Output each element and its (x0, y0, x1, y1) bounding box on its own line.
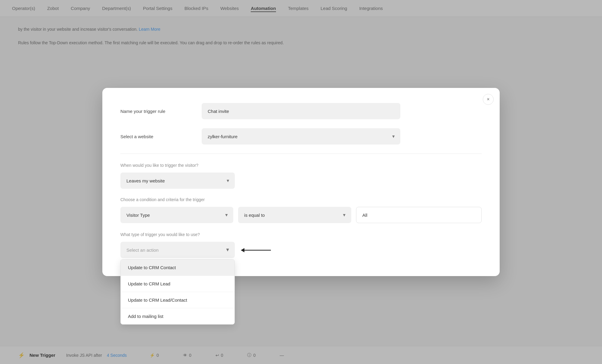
condition-operator-select[interactable]: is equal to (238, 207, 351, 223)
when-label: When would you like to trigger the visit… (120, 163, 482, 168)
condition-operator-wrapper: is equal to ▼ (238, 207, 351, 223)
name-label: Name your trigger rule (120, 109, 193, 114)
arrow-pointer-icon (238, 244, 274, 256)
condition-row: Visitor Type ▼ is equal to ▼ (120, 207, 482, 223)
condition-value-input[interactable] (356, 207, 482, 223)
website-label: Select a website (120, 134, 193, 139)
svg-marker-1 (241, 248, 244, 252)
condition-label: Choose a condition and criteria for the … (120, 197, 482, 202)
modal-overlay: × Name your trigger rule Select a websit… (0, 0, 602, 364)
leaves-website-wrapper: Leaves my website ▼ (120, 173, 235, 189)
action-section: Select an action ▼ Update to CRM Contact… (120, 242, 482, 258)
action-type-label: What type of trigger you would like to u… (120, 232, 482, 237)
section-divider (120, 154, 482, 154)
action-select-wrapper: Select an action ▼ Update to CRM Contact… (120, 242, 235, 258)
dropdown-item-mailing-list[interactable]: Add to mailing list (121, 308, 234, 324)
dropdown-item-crm-lead[interactable]: Update to CRM Lead (121, 276, 234, 292)
trigger-name-input[interactable] (202, 103, 400, 119)
trigger-timing-row: Leaves my website ▼ (120, 173, 482, 189)
modal-close-button[interactable]: × (483, 94, 494, 105)
action-dropdown: Update to CRM Contact Update to CRM Lead… (120, 259, 235, 325)
website-row: Select a website zylker-furniture ▼ (120, 128, 482, 145)
trigger-timing-select[interactable]: Leaves my website (120, 173, 235, 189)
action-select[interactable]: Select an action (120, 242, 235, 258)
trigger-rule-modal: × Name your trigger rule Select a websit… (102, 88, 500, 276)
condition-type-select[interactable]: Visitor Type (120, 207, 233, 223)
dropdown-item-crm-lead-contact[interactable]: Update to CRM Lead/Contact (121, 292, 234, 308)
name-row: Name your trigger rule (120, 103, 482, 119)
website-select-wrapper: zylker-furniture ▼ (202, 128, 400, 145)
website-select[interactable]: zylker-furniture (202, 128, 400, 145)
dropdown-item-crm-contact[interactable]: Update to CRM Contact (121, 260, 234, 276)
condition-type-wrapper: Visitor Type ▼ (120, 207, 233, 223)
